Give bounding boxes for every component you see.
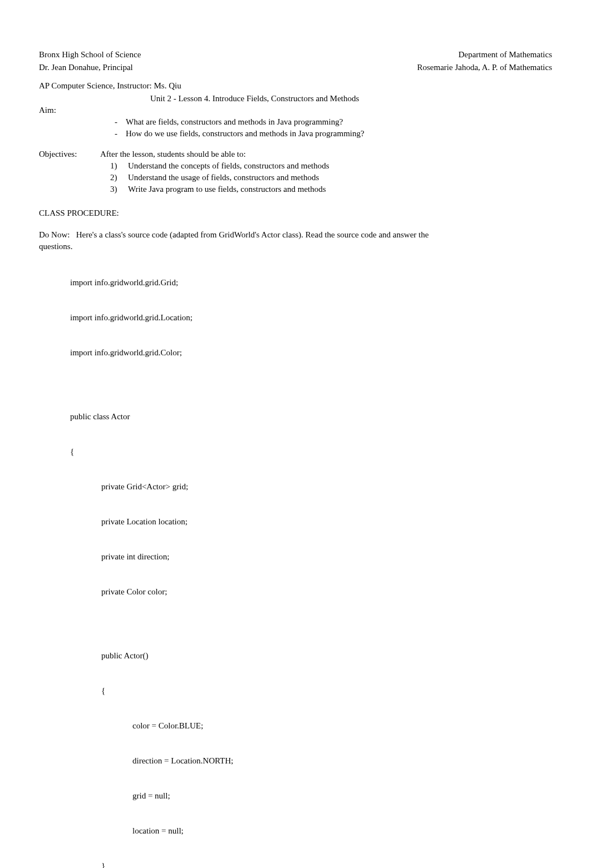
code-line: private int direction; — [101, 551, 552, 563]
objective-item: 3) Write Java program to use fields, con… — [110, 183, 552, 195]
school-name: Bronx High School of Science — [39, 49, 141, 61]
department-name: Department of Mathematics — [459, 49, 552, 61]
code-line: { — [70, 446, 552, 458]
class-procedure-heading: CLASS PROCEDURE: — [39, 207, 552, 219]
aim-bullet: How do we use fields, constructors and m… — [110, 128, 552, 140]
code-line: import info.gridworld.grid.Location; — [70, 312, 552, 324]
code-line: public class Actor — [70, 411, 552, 423]
code-line: grid = null; — [132, 790, 552, 802]
code-line: color = Color.BLUE; — [132, 720, 552, 732]
lesson-title: Unit 2 - Lesson 4. Introduce Fields, Con… — [150, 93, 552, 105]
objective-text: Understand the concepts of fields, const… — [128, 161, 329, 170]
objective-text: Write Java program to use fields, constr… — [128, 185, 326, 194]
do-now-label: Do Now: — [39, 230, 70, 239]
code-line: import info.gridworld.grid.Color; — [70, 347, 552, 359]
code-line: location = null; — [132, 825, 552, 837]
objectives-label: Objectives: — [39, 148, 100, 160]
objective-number: 2) — [110, 172, 117, 183]
aim-bullet: What are fields, constructors and method… — [110, 116, 552, 128]
code-line: private Grid<Actor> grid; — [101, 481, 552, 493]
principal-name: Dr. Jean Donahue, Principal — [39, 62, 133, 73]
code-line: } — [101, 860, 552, 868]
do-now-text: Here's a class's source code (adapted fr… — [76, 230, 429, 239]
do-now-text2: questions. — [39, 241, 552, 252]
objectives-intro: After the lesson, students should be abl… — [100, 148, 246, 160]
objective-item: 2) Understand the usage of fields, const… — [110, 172, 552, 183]
aim-label: Aim: — [39, 105, 552, 116]
objective-number: 3) — [110, 183, 117, 195]
code-line: direction = Location.NORTH; — [132, 755, 552, 767]
code-line: public Actor() — [101, 650, 552, 662]
code-line: private Location location; — [101, 516, 552, 528]
ap-name: Rosemarie Jahoda, A. P. of Mathematics — [417, 62, 552, 73]
course-line: AP Computer Science, Instructor: Ms. Qiu — [39, 80, 552, 92]
objective-item: 1) Understand the concepts of fields, co… — [110, 160, 552, 172]
code-line: private Color color; — [101, 586, 552, 598]
source-code: import info.gridworld.grid.Grid; import … — [70, 254, 552, 868]
code-line: { — [101, 685, 552, 697]
code-line: import info.gridworld.grid.Grid; — [70, 277, 552, 289]
objective-number: 1) — [110, 160, 117, 172]
objective-text: Understand the usage of fields, construc… — [128, 173, 319, 182]
